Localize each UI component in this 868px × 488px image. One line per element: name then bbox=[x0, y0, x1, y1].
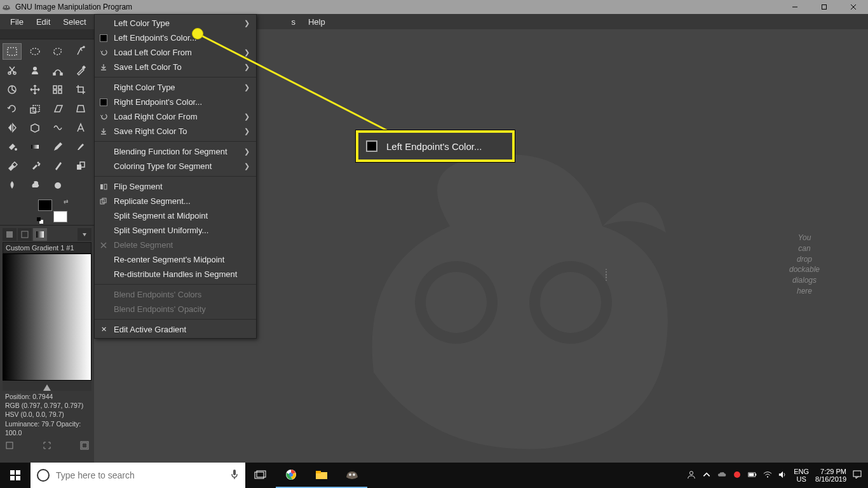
right-dock[interactable]: You can drop dockable dialogs here bbox=[741, 29, 868, 463]
tray-clock[interactable]: 7:29 PM8/16/2019 bbox=[815, 468, 846, 483]
tool-align[interactable] bbox=[48, 81, 67, 98]
ctx-item[interactable]: Edit Active Gradient bbox=[95, 322, 256, 337]
tool-blend[interactable] bbox=[25, 139, 44, 155]
tool-paintbrush[interactable] bbox=[71, 139, 90, 155]
tool-ink[interactable] bbox=[48, 158, 67, 174]
minimize-button[interactable] bbox=[780, 0, 810, 14]
start-button[interactable] bbox=[0, 463, 31, 488]
tool-crop[interactable] bbox=[71, 81, 90, 98]
ctx-item[interactable]: Coloring Type for Segment❯ bbox=[95, 159, 256, 173]
ctx-item[interactable]: Save Left Color To❯ bbox=[95, 60, 256, 74]
tray-onedrive-icon[interactable] bbox=[717, 470, 726, 480]
tool-smudge[interactable] bbox=[3, 177, 22, 193]
taskbar-app-gimp[interactable] bbox=[337, 463, 367, 488]
tray-people-icon[interactable] bbox=[687, 470, 696, 480]
dock-tab-1[interactable] bbox=[3, 228, 17, 241]
tool-pencil[interactable] bbox=[48, 139, 67, 155]
menu-hidden-right-1[interactable]: s bbox=[285, 15, 302, 29]
tool-foreground-select[interactable] bbox=[25, 62, 44, 79]
svg-rect-38 bbox=[100, 184, 103, 189]
tool-ellipse-select[interactable] bbox=[25, 43, 44, 60]
menu-edit[interactable]: Edit bbox=[30, 15, 57, 29]
tray-wifi-icon[interactable] bbox=[763, 470, 772, 480]
dock-tab-2[interactable] bbox=[18, 228, 32, 241]
maximize-button[interactable] bbox=[810, 0, 839, 14]
taskbar-app-chrome[interactable] bbox=[276, 463, 306, 488]
taskbar-app-explorer[interactable] bbox=[306, 463, 337, 488]
tray-up-icon[interactable] bbox=[702, 470, 711, 480]
zoom-in-icon[interactable] bbox=[80, 441, 89, 450]
fg-color-swatch[interactable] bbox=[38, 200, 52, 211]
tray-notifications-icon[interactable] bbox=[853, 470, 862, 480]
swap-colors-icon[interactable]: ⇄ bbox=[64, 198, 69, 205]
task-view-button[interactable] bbox=[245, 463, 276, 488]
tool-clone[interactable] bbox=[71, 158, 90, 174]
svg-rect-61 bbox=[749, 473, 754, 477]
close-button[interactable] bbox=[839, 0, 868, 14]
ctx-item-label: Split Segment at Midpoint bbox=[114, 211, 250, 220]
tool-scale[interactable] bbox=[25, 100, 44, 117]
mic-icon[interactable] bbox=[230, 469, 239, 482]
ctx-item[interactable]: Re-center Segment's Midpoint bbox=[95, 252, 256, 267]
tray-security-icon[interactable] bbox=[733, 470, 742, 480]
menu-select[interactable]: Select bbox=[57, 15, 92, 29]
ctx-item[interactable]: Flip Segment bbox=[95, 179, 256, 194]
ctx-item[interactable]: Split Segment at Midpoint bbox=[95, 208, 256, 223]
tool-shear[interactable] bbox=[48, 100, 67, 117]
menu-file[interactable]: File bbox=[4, 15, 30, 29]
tool-dodge[interactable] bbox=[25, 177, 44, 193]
tool-measure[interactable] bbox=[3, 81, 22, 98]
ctx-separator bbox=[95, 77, 256, 78]
dock-tab-menu[interactable] bbox=[78, 228, 92, 241]
toolbox-header bbox=[0, 29, 94, 39]
tool-text[interactable] bbox=[71, 119, 90, 136]
bg-color-swatch[interactable] bbox=[53, 211, 67, 222]
reset-colors-icon[interactable] bbox=[37, 217, 43, 224]
tool-paths[interactable] bbox=[48, 62, 67, 79]
ctx-item[interactable]: Load Right Color From❯ bbox=[95, 109, 256, 124]
tool-free-select[interactable] bbox=[48, 43, 67, 60]
ctx-item[interactable]: Split Segment Uniformly... bbox=[95, 223, 256, 238]
checked-icon bbox=[98, 325, 109, 334]
ctx-item[interactable]: Right Endpoint's Color... bbox=[95, 95, 256, 109]
gradient-preview[interactable] bbox=[3, 254, 92, 381]
ctx-item[interactable]: Save Right Color To❯ bbox=[95, 124, 256, 139]
tool-warp[interactable] bbox=[48, 119, 67, 136]
search-input[interactable] bbox=[56, 470, 230, 480]
dock-drag-handle[interactable]: ⋮⋮⋮ bbox=[602, 271, 611, 278]
ctx-item[interactable]: Blending Function for Segment❯ bbox=[95, 144, 256, 159]
tray-volume-icon[interactable] bbox=[778, 470, 787, 480]
gradient-slider[interactable] bbox=[3, 381, 92, 391]
tool-bucket-fill[interactable] bbox=[3, 139, 22, 155]
tray-language[interactable]: ENGUS bbox=[794, 468, 809, 483]
dock-tab-gradients[interactable] bbox=[33, 228, 47, 241]
tray-battery-icon[interactable] bbox=[748, 470, 757, 480]
tool-rect-select[interactable] bbox=[3, 43, 22, 60]
menu-help[interactable]: Help bbox=[302, 15, 332, 29]
submenu-arrow-icon: ❯ bbox=[244, 147, 250, 156]
tool-perspective[interactable] bbox=[71, 100, 90, 117]
tool-fuzzy-select[interactable] bbox=[71, 43, 90, 60]
ctx-item[interactable]: Load Left Color From❯ bbox=[95, 45, 256, 60]
ctx-item[interactable]: Re-distribute Handles in Segment bbox=[95, 267, 256, 281]
taskbar-search[interactable] bbox=[31, 463, 245, 488]
tool-blur[interactable] bbox=[48, 177, 67, 193]
ctx-item[interactable]: Right Color Type❯ bbox=[95, 80, 256, 95]
tool-airbrush[interactable] bbox=[25, 158, 44, 174]
ctx-item[interactable]: Left Color Type❯ bbox=[95, 16, 256, 30]
tool-rotate[interactable] bbox=[3, 100, 22, 117]
ctx-item[interactable]: Left Endpoint's Color... bbox=[95, 30, 256, 45]
tool-move[interactable] bbox=[25, 81, 44, 98]
delete-icon bbox=[98, 241, 109, 249]
zoom-fit-icon[interactable] bbox=[43, 441, 51, 450]
taskbar: ENGUS 7:29 PM8/16/2019 bbox=[0, 463, 868, 488]
tool-flip[interactable] bbox=[3, 119, 22, 136]
tool-cage[interactable] bbox=[25, 119, 44, 136]
tool-eraser[interactable] bbox=[3, 158, 22, 174]
ctx-item[interactable]: Replicate Segment... bbox=[95, 194, 256, 208]
tool-scissors[interactable] bbox=[3, 62, 22, 79]
gradient-name-field[interactable]: Custom Gradient 1 #1 bbox=[3, 242, 92, 254]
fg-bg-colors[interactable]: ⇄ bbox=[38, 200, 67, 222]
tool-color-picker[interactable] bbox=[71, 62, 90, 79]
zoom-out-icon[interactable] bbox=[5, 441, 14, 450]
